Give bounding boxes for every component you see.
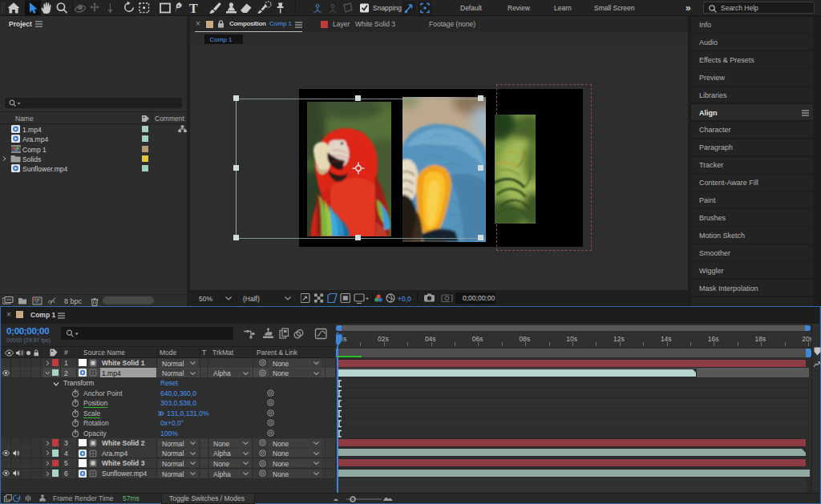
svg-text:T: T (189, 2, 198, 15)
